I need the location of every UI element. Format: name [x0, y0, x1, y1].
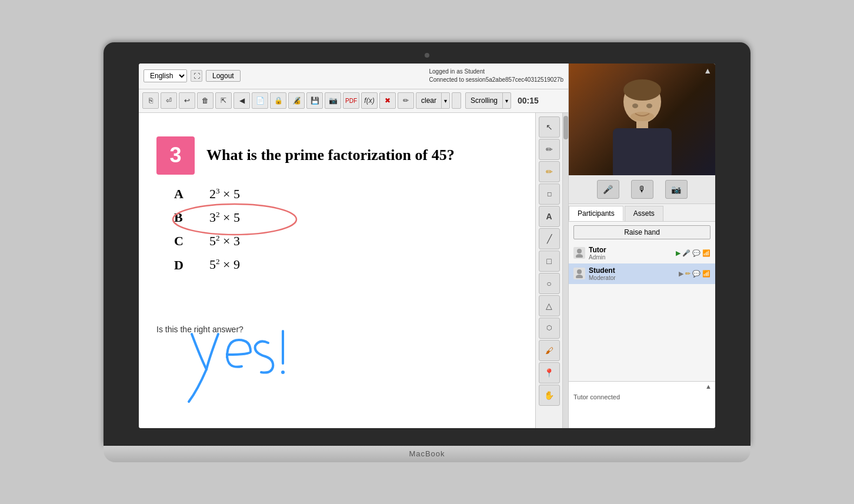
back-tool-btn[interactable]: ◀ [233, 92, 250, 109]
chat-scroll-up[interactable]: ▲ [569, 382, 715, 391]
lock-tool-btn[interactable]: 🔒 [270, 92, 286, 109]
triangle-tool-btn[interactable]: △ [539, 295, 560, 316]
raise-hand-button[interactable]: Raise hand [573, 225, 710, 239]
save-tool-btn[interactable]: 💾 [306, 92, 323, 109]
pen-tool-btn[interactable]: ✏ [398, 92, 414, 109]
highlighter-tool-btn[interactable]: ✏ [539, 161, 560, 182]
laptop-base: MacBook [104, 446, 750, 462]
tutor-icons: ▶ 🎤 💬 📶 [676, 249, 710, 257]
answer-row-d: D 52 × 9 [174, 257, 529, 272]
student-video-icon: ▶ [679, 270, 683, 278]
webcam-person [595, 69, 689, 175]
eraser-tool-btn[interactable]: ◻ [539, 183, 560, 205]
logged-in-text: Logged in as Student [429, 68, 563, 76]
handwriting-svg [174, 299, 339, 416]
answer-content-d: 52 × 9 [209, 257, 240, 272]
svg-point-8 [631, 112, 654, 121]
line-tool-btn[interactable]: ╱ [539, 228, 560, 249]
laptop-brand: MacBook [409, 449, 445, 458]
media-controls: 🎤 🎙 📷 [569, 175, 715, 204]
lock2-tool-btn[interactable]: 🔏 [288, 92, 305, 109]
small-btn[interactable] [452, 92, 461, 109]
answer-row-c: C 52 × 3 [174, 233, 529, 249]
svg-rect-5 [613, 128, 672, 175]
svg-point-3 [623, 79, 661, 101]
participant-row-tutor: Tutor Admin ▶ 🎤 💬 📶 [569, 243, 715, 263]
student-chat-icon: 💬 [692, 270, 700, 278]
question-header: 3 What is the prime factorization of 45? [156, 136, 529, 175]
chat-area: ▲ Tutor connected [569, 381, 715, 428]
formula-tool-btn[interactable]: f(x) [361, 92, 378, 109]
scrolling-dropdown[interactable]: Scrolling ▾ [465, 92, 511, 109]
session-info: Logged in as Student Connected to sessio… [429, 68, 563, 84]
scrolling-label[interactable]: Scrolling [466, 96, 502, 105]
scrolling-arrow[interactable]: ▾ [502, 93, 511, 108]
student-info: Student Moderator [589, 266, 675, 281]
scroll-thumb[interactable] [563, 116, 568, 139]
answer-letter-c: C [174, 233, 198, 249]
text-tool-btn[interactable]: A [539, 206, 560, 227]
laptop-frame: English ⛶ Logout Logged in as Student Co… [104, 42, 750, 462]
move-tool-btn[interactable]: ⇱ [215, 92, 232, 109]
tab-assets[interactable]: Assets [625, 206, 663, 221]
circle-tool-btn[interactable]: ○ [539, 273, 560, 294]
top-bar: English ⛶ Logout Logged in as Student Co… [139, 64, 568, 89]
screenshot-btn[interactable]: 📷 [665, 180, 688, 199]
answer-letter-a: A [174, 186, 198, 202]
tutor-video-icon: ▶ [676, 249, 680, 257]
tutor-chat-icon: 💬 [692, 249, 700, 257]
tutor-info: Tutor Admin [589, 246, 672, 261]
paste-tool-btn[interactable]: ⏎ [161, 92, 177, 109]
student-name: Student [589, 266, 675, 275]
delete2-tool-btn[interactable]: ✖ [379, 92, 396, 109]
tab-participants[interactable]: Participants [569, 206, 623, 221]
scroll-bar[interactable] [562, 113, 568, 428]
square-tool-btn[interactable]: □ [539, 251, 560, 272]
clear-arrow[interactable]: ▾ [441, 93, 449, 108]
pointer-tool-btn[interactable]: ↖ [539, 116, 560, 138]
tool-panel: ↖ ✏ ✏ ◻ A ╱ □ ○ △ ⬡ 🖌 📍 ✋ [535, 113, 562, 428]
student-icons: ▶ ✏ 💬 📶 [679, 270, 710, 278]
tutor-signal-icon: 📶 [702, 249, 710, 257]
answer-content-b: 32 × 5 [209, 210, 240, 225]
stamp-tool-btn[interactable]: 📍 [539, 362, 560, 383]
pdf-tool-btn[interactable]: PDF [343, 92, 359, 109]
pages-tool-btn[interactable]: 📄 [252, 92, 268, 109]
undo-tool-btn[interactable]: ↩ [179, 92, 195, 109]
clear-label[interactable]: clear [416, 96, 441, 105]
laptop-camera [425, 53, 429, 58]
answer-letter-d: D [174, 258, 198, 273]
screen-bezel: English ⛶ Logout Logged in as Student Co… [104, 42, 750, 446]
participants-list: Tutor Admin ▶ 🎤 💬 📶 [569, 243, 715, 381]
tutor-name: Tutor [589, 246, 672, 254]
marker-tool-btn[interactable]: 🖌 [539, 340, 560, 361]
answer-content-c: 52 × 3 [209, 233, 240, 249]
answer-content-a: 23 × 5 [209, 186, 240, 202]
svg-point-6 [632, 104, 638, 108]
webcam-area: ▲ [569, 64, 715, 175]
language-select[interactable]: English [144, 69, 187, 82]
student-avatar [573, 268, 585, 279]
microphone-btn[interactable]: 🎤 [597, 180, 619, 199]
svg-point-7 [646, 104, 652, 108]
student-signal-icon: 📶 [702, 270, 710, 278]
hand-tool-btn[interactable]: ✋ [539, 385, 560, 406]
hexagon-tool-btn[interactable]: ⬡ [539, 318, 560, 339]
fullscreen-icon[interactable]: ⛶ [191, 70, 202, 82]
camera-btn[interactable]: 🎙 [631, 180, 653, 199]
tutor-role: Admin [589, 254, 672, 261]
question-box: 3 What is the prime factorization of 45?… [156, 136, 529, 281]
clear-dropdown[interactable]: clear ▾ [416, 92, 450, 109]
tutor-mic-icon: 🎤 [682, 249, 690, 257]
scroll-up-btn[interactable]: ▲ [703, 66, 712, 75]
session-id-text: Connected to session5a2abe857cec40312519… [429, 76, 563, 84]
copy-tool-btn[interactable]: ⎘ [142, 92, 159, 109]
delete-tool-btn[interactable]: 🗑 [197, 92, 214, 109]
pencil-tool-btn[interactable]: ✏ [539, 139, 560, 160]
screenshot-tool-btn[interactable]: 📷 [325, 92, 341, 109]
svg-point-10 [576, 254, 583, 258]
question-text: What is the prime factorization of 45? [206, 146, 455, 164]
answer-letter-b: B [174, 210, 198, 225]
logout-button[interactable]: Logout [206, 70, 241, 82]
whiteboard[interactable]: 3 What is the prime factorization of 45?… [139, 113, 535, 428]
